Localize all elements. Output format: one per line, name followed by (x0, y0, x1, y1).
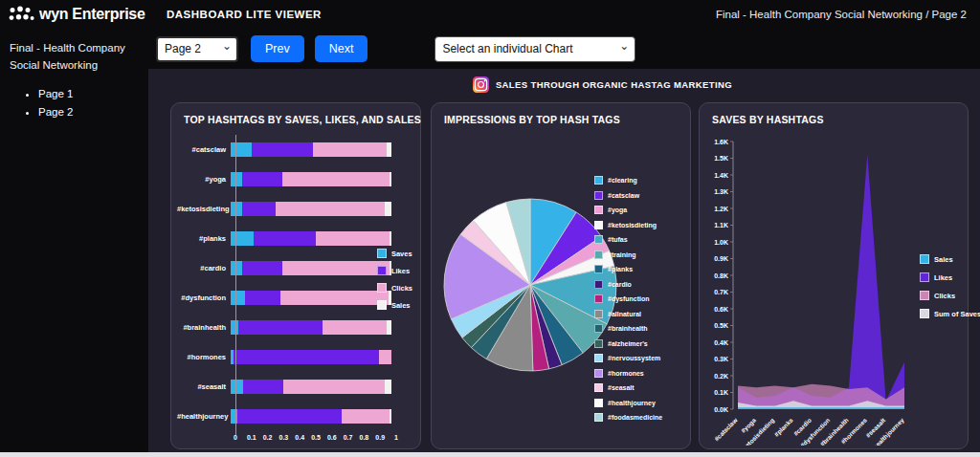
x-axis-tick-label: 0.5 (311, 434, 321, 441)
legend-label: #hormones (608, 370, 644, 377)
area-series (738, 155, 904, 409)
y-axis-tick-label: 1.1K (714, 222, 728, 228)
legend-swatch (594, 250, 603, 259)
bar-segment (231, 291, 245, 305)
bar-row: #hormones (177, 342, 420, 372)
y-axis-tick-label: 0.2K (714, 373, 728, 380)
y-axis-tick-label: 1.6K (714, 139, 728, 145)
area-series (738, 407, 904, 409)
bar-segment (390, 172, 391, 186)
bar-category-label: #seasalt (177, 382, 231, 391)
stacked-bar (231, 291, 391, 305)
legend-label: Sales (391, 301, 411, 310)
legend-swatch (594, 310, 603, 318)
legend-label: Clicks (934, 292, 955, 300)
y-axis-line (235, 135, 236, 435)
panel-saves: SAVES BY HASHTAGS 0.0K0.1K0.2K0.3K0.4K0.… (699, 102, 969, 449)
app-title: DASHBOARD LITE VIEWER (167, 9, 322, 20)
legend-label: #tufas (608, 236, 628, 243)
panel-impressions: IMPRESSIONS BY TOP HASH TAGS #clearing#c… (431, 102, 691, 449)
bar-row: #catsclaw (177, 135, 420, 164)
y-axis-tick-label: 1.3K (714, 188, 728, 195)
bar-category-label: #yoga (177, 175, 231, 184)
app-root: wyn Enterprise DASHBOARD LITE VIEWER Fin… (0, 0, 980, 457)
main-area: Page 2 ⌄ Prev Next Select an individual … (148, 29, 980, 452)
y-axis-tick-label: 1.5K (714, 155, 728, 162)
sidebar-item-page-2[interactable]: Page 2 (38, 106, 143, 118)
bar-segment (387, 142, 391, 157)
legend-label: Sales (934, 255, 953, 264)
legend-item: Saves (377, 249, 412, 258)
bar-segment (252, 142, 313, 157)
legend-label: Likes (391, 267, 410, 275)
stacked-bar (231, 231, 391, 246)
y-axis-tick-label: 0.4K (714, 339, 728, 346)
legend-swatch (594, 235, 603, 244)
legend-item: #tufas (594, 235, 662, 244)
sidebar-item-page-1[interactable]: Page 1 (38, 88, 143, 99)
legend-swatch (594, 383, 603, 392)
bar-segment (385, 202, 391, 216)
bar-segment (387, 320, 391, 335)
sidebar: Final - Health Company Social Networking… (0, 29, 148, 452)
legend-swatch (377, 249, 387, 258)
x-axis-tick-label: 0.3 (279, 434, 289, 441)
legend-item: #cardio (594, 280, 662, 289)
sidebar-item-label: Page 2 (38, 106, 73, 118)
prev-button[interactable]: Prev (251, 35, 304, 62)
bar-segment (231, 142, 252, 157)
legend-label: #brainhealth (608, 325, 648, 332)
page-select-wrap: Page 2 ⌄ (156, 36, 238, 62)
legend-swatch (377, 300, 387, 310)
bar-segment (282, 172, 390, 186)
bar-row: #ketosisdieting (177, 194, 420, 224)
legend-label: #dysfunction (608, 295, 650, 302)
page-select[interactable]: Page 2 (156, 36, 238, 62)
legend-label: #cardio (608, 281, 632, 288)
x-axis-tick-label: 0.4 (295, 434, 304, 441)
chart-select[interactable]: Select an individual Chart (434, 36, 635, 62)
sidebar-item-label: Page 1 (38, 88, 73, 99)
next-button[interactable]: Next (315, 35, 368, 62)
bar-segment (238, 320, 322, 335)
legend-label: #nervoussystem (608, 355, 660, 361)
legend-swatch (594, 206, 603, 214)
bar-segment (390, 409, 391, 424)
bar-segment (243, 380, 283, 394)
x-axis-tick-label: 0.7 (344, 434, 353, 441)
bar-segment (245, 291, 280, 305)
legend-item: #dysfunction (594, 294, 662, 303)
stacked-bar (231, 202, 391, 216)
bar-segment (237, 409, 342, 424)
x-axis-tick-label: 0.6 (327, 434, 337, 441)
y-axis-tick-label: 0.3K (714, 356, 728, 362)
legend-item: #hormones (594, 369, 662, 378)
chart-title: TOP HASHTAGS BY SAVES, LIKES, AND SALES (171, 103, 420, 127)
bar-segment (282, 261, 390, 275)
legend-swatch (920, 291, 929, 300)
legend-swatch (920, 272, 929, 282)
chart-legend: SalesLikesClicksSum of Saves (920, 254, 980, 318)
legend-label: #yoga (608, 207, 627, 213)
horizontal-scrollbar[interactable] (0, 452, 980, 457)
legend-label: Clicks (391, 284, 412, 293)
legend-swatch (920, 254, 929, 264)
legend-swatch (594, 280, 603, 289)
y-axis-tick-label: 0.6K (714, 306, 728, 313)
panel-top-hashtags: TOP HASHTAGS BY SAVES, LIKES, AND SALES … (170, 102, 421, 449)
legend-label: Saves (391, 250, 412, 258)
y-axis-tick-label: 0.5K (714, 322, 728, 329)
legend-label: #ketosisdieting (608, 222, 657, 228)
legend-swatch (377, 283, 387, 293)
bar-segment (234, 350, 378, 364)
chart-legend: SavesLikesClicksSales (377, 249, 412, 310)
logo[interactable]: wyn Enterprise (0, 6, 153, 23)
bar-segment (231, 231, 254, 246)
legend-item: #brainhealth (594, 324, 662, 333)
x-axis-tick-label: #planks (773, 416, 795, 438)
y-axis-tick-label: 0.7K (714, 289, 728, 295)
bar-segment (342, 409, 390, 424)
legend-swatch (594, 339, 603, 348)
legend-swatch (594, 399, 603, 407)
chart-legend: #clearing#catsclaw#yoga#ketosisdieting#t… (594, 176, 662, 422)
